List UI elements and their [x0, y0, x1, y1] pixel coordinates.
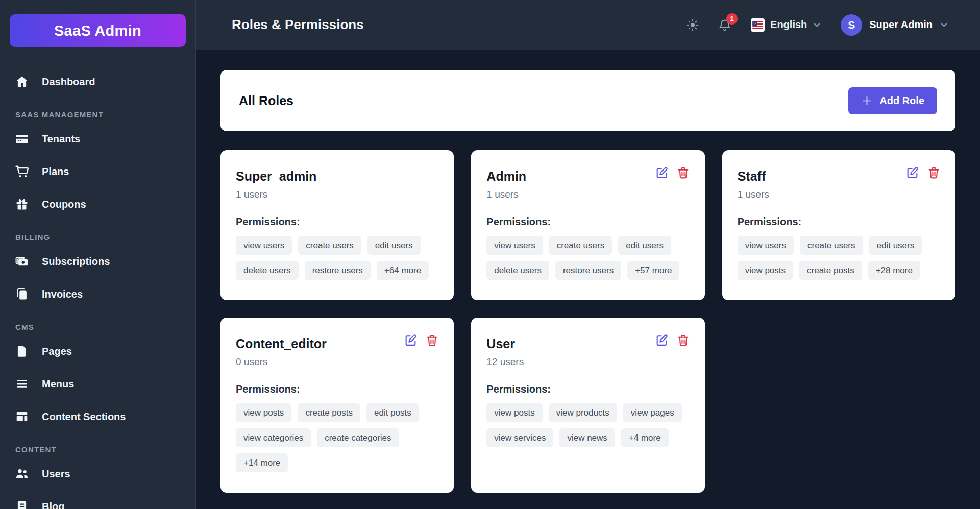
permission-badge: view posts	[738, 261, 793, 280]
permission-badge: create posts	[799, 261, 862, 280]
sidebar-item-pages[interactable]: Pages	[0, 335, 195, 368]
delete-role-button[interactable]	[677, 334, 690, 347]
permission-badge: edit users	[618, 236, 671, 255]
topbar-actions: 1 English S Super Admin	[687, 14, 948, 36]
permission-badge: restore users	[305, 261, 371, 280]
permission-badge: view services	[486, 428, 553, 447]
language-selector[interactable]: English	[751, 18, 821, 32]
permission-badge: +64 more	[377, 261, 429, 280]
user-name: Super Admin	[869, 19, 933, 31]
permission-badge: +14 more	[236, 453, 288, 472]
sidebar-item-label: Users	[42, 467, 70, 480]
sidebar-item-tenants[interactable]: Tenants	[0, 123, 195, 155]
edit-role-button[interactable]	[404, 334, 417, 347]
nav-section-label: BILLING	[0, 221, 195, 245]
trash-icon	[426, 334, 438, 347]
edit-role-button[interactable]	[655, 166, 668, 179]
permission-badges: view userscreate usersedit usersview pos…	[738, 236, 940, 280]
nav-section-label: SAAS MANAGEMENT	[0, 98, 195, 123]
avatar: S	[841, 14, 862, 36]
edit-role-button[interactable]	[655, 334, 668, 347]
user-menu[interactable]: S Super Admin	[841, 14, 948, 36]
permission-badge: +4 more	[621, 428, 669, 447]
cart-icon	[15, 165, 29, 178]
role-card: Staff1 usersPermissions:view userscreate…	[722, 150, 955, 300]
permissions-label: Permissions:	[236, 216, 438, 228]
credit-card-icon	[15, 132, 29, 146]
role-user-count: 0 users	[236, 356, 438, 368]
role-name: Admin	[486, 169, 526, 184]
sidebar-item-content-sections[interactable]: Content Sections	[0, 400, 195, 433]
add-role-button[interactable]: Add Role	[848, 87, 937, 114]
sidebar-item-label: Coupons	[42, 198, 86, 211]
permission-badge: view posts	[486, 403, 542, 422]
app-root: SaaS Admin DashboardSAAS MANAGEMENTTenan…	[0, 0, 980, 509]
sidebar-item-label: Dashboard	[42, 75, 95, 88]
delete-role-button[interactable]	[927, 166, 940, 179]
permission-badge: view users	[738, 236, 794, 255]
permission-badge: edit posts	[366, 403, 419, 422]
permission-badge: +28 more	[868, 261, 920, 280]
permission-badges: view userscreate usersedit usersdelete u…	[236, 236, 438, 280]
sidebar-item-users[interactable]: Users	[0, 457, 195, 490]
page-title: Roles & Permissions	[232, 17, 364, 33]
permission-badge: create users	[549, 236, 612, 255]
notifications-button[interactable]: 1	[718, 18, 731, 32]
role-card-head: Content_editor	[236, 333, 438, 351]
permission-badge: delete users	[236, 261, 299, 280]
role-name: User	[486, 336, 515, 351]
sidebar-item-label: Invoices	[42, 287, 83, 301]
permission-badge: edit users	[368, 236, 421, 255]
permission-badges: view postscreate postsedit postsview cat…	[236, 403, 438, 472]
sidebar-item-blog[interactable]: Blog	[0, 490, 195, 509]
permission-badge: view products	[549, 403, 617, 422]
sidebar-item-dashboard[interactable]: Dashboard	[0, 65, 195, 98]
sidebar-item-plans[interactable]: Plans	[0, 155, 195, 188]
role-user-count: 1 users	[486, 189, 689, 200]
sidebar-item-coupons[interactable]: Coupons	[0, 188, 195, 221]
nav-section-label: CONTENT	[0, 433, 195, 457]
sidebar-item-label: Plans	[42, 165, 69, 178]
role-name: Staff	[738, 169, 766, 184]
chevron-down-icon	[813, 20, 821, 29]
edit-icon	[906, 166, 919, 179]
permission-badge: create categories	[317, 428, 399, 447]
role-actions	[906, 166, 940, 179]
permission-badge: create users	[800, 236, 863, 255]
brand-logo[interactable]: SaaS Admin	[10, 14, 186, 47]
delete-role-button[interactable]	[677, 166, 690, 179]
permissions-label: Permissions:	[236, 383, 438, 395]
permission-badge: view users	[236, 236, 292, 255]
roles-grid: Super_admin1 usersPermissions:view users…	[220, 150, 955, 493]
permission-badge: create users	[298, 236, 361, 255]
permission-badge: view news	[559, 428, 615, 447]
edit-icon	[655, 334, 668, 347]
sidebar-item-invoices[interactable]: Invoices	[0, 278, 195, 310]
edit-icon	[404, 334, 417, 347]
edit-role-button[interactable]	[906, 166, 919, 179]
permission-badge: restore users	[555, 261, 621, 280]
permission-badge: view categories	[236, 428, 311, 447]
permission-badge: delete users	[486, 261, 549, 280]
role-card-head: User	[486, 333, 689, 351]
theme-toggle-button[interactable]	[687, 19, 699, 31]
permission-badge: +57 more	[627, 261, 679, 280]
topbar: Roles & Permissions 1 E	[196, 0, 980, 50]
home-icon	[15, 75, 29, 88]
sidebar-item-subscriptions[interactable]: Subscriptions	[0, 245, 195, 278]
sidebar-item-label: Tenants	[42, 132, 80, 146]
edit-icon	[655, 166, 668, 179]
sun-icon	[687, 19, 699, 31]
panel-title: All Roles	[239, 93, 293, 108]
delete-role-button[interactable]	[426, 334, 438, 347]
role-card-head: Super_admin	[236, 165, 438, 184]
sidebar-item-menus[interactable]: Menus	[0, 368, 195, 400]
content-area: Roles & Permissions 1 E	[196, 0, 980, 509]
permission-badge: edit users	[869, 236, 922, 255]
role-card: User12 usersPermissions:view postsview p…	[471, 318, 704, 493]
sidebar-item-label: Menus	[42, 377, 74, 391]
permission-badges: view userscreate usersedit usersdelete u…	[486, 236, 689, 280]
users-icon	[15, 467, 29, 480]
add-role-label: Add Role	[879, 95, 924, 107]
role-actions	[404, 334, 438, 347]
